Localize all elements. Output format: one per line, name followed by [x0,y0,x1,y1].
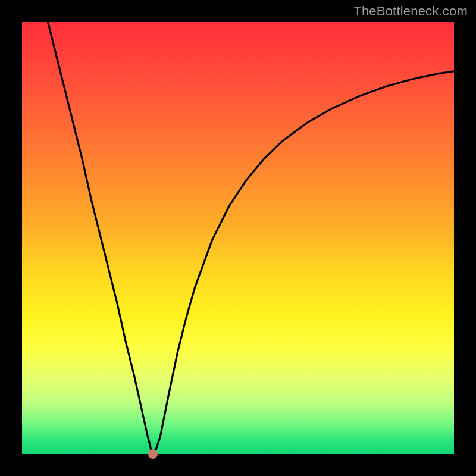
plot-area [22,22,454,454]
watermark-text: TheBottleneck.com [353,4,468,19]
bottleneck-curve [48,22,454,452]
curve-svg [22,22,454,454]
chart-container: TheBottleneck.com [0,0,476,476]
optimum-marker-dot [148,449,158,459]
